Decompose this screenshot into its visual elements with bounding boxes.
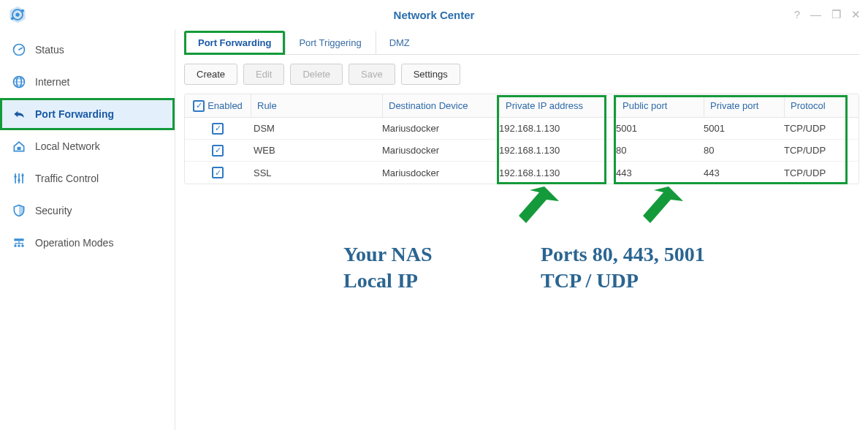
cell-destination: Mariusdocker: [382, 167, 499, 178]
cell-public-port: 5001: [616, 123, 704, 134]
svg-rect-7: [18, 147, 21, 150]
window-title: Network Center: [0, 9, 868, 21]
svg-point-14: [21, 245, 23, 247]
sidebar-item-label: Port Forwarding: [35, 108, 163, 120]
minimize-icon[interactable]: —: [810, 8, 821, 21]
annotation-ip: Your NASLocal IP: [343, 241, 433, 295]
title-bar: Network Center ? — ❐ ✕: [0, 0, 868, 29]
home-network-icon: [12, 139, 26, 154]
tab-bar: Port Forwarding Port Triggering DMZ: [184, 31, 859, 55]
rules-table: ✓ Enabled Rule Destination Device Privat…: [184, 94, 859, 184]
globe-icon: [12, 75, 26, 89]
sidebar-item-label: Traffic Control: [35, 173, 163, 184]
table-row[interactable]: ✓ DSM Mariusdocker 192.168.1.130 5001 50…: [185, 118, 859, 140]
row-checkbox[interactable]: ✓: [212, 167, 224, 178]
col-rule-header[interactable]: Rule: [251, 94, 382, 117]
svg-point-13: [18, 245, 20, 247]
table-row[interactable]: ✓ WEB Mariusdocker 192.168.1.130 80 80 T…: [185, 140, 859, 162]
sidebar-item-operation-modes[interactable]: Operation Modes: [0, 227, 175, 259]
cell-rule: SSL: [251, 167, 382, 178]
save-button[interactable]: Save: [349, 64, 395, 85]
share-icon: [12, 107, 26, 121]
cell-rule: WEB: [251, 145, 382, 156]
gauge-icon: [12, 42, 26, 57]
nodes-icon: [12, 235, 26, 250]
toolbar: Create Edit Delete Save Settings: [184, 55, 859, 94]
cell-private-ip: 192.168.1.130: [499, 167, 616, 178]
header-label: Enabled: [208, 100, 243, 111]
svg-point-12: [14, 245, 16, 247]
row-checkbox[interactable]: ✓: [212, 145, 224, 156]
svg-point-8: [14, 176, 16, 178]
cell-private-port: 5001: [704, 123, 784, 134]
cell-public-port: 80: [616, 145, 704, 156]
arrow-to-ip: [504, 183, 563, 241]
sidebar-item-traffic-control[interactable]: Traffic Control: [0, 162, 175, 195]
sidebar-item-port-forwarding[interactable]: Port Forwarding: [0, 98, 175, 130]
svg-point-3: [11, 17, 14, 20]
help-icon[interactable]: ?: [794, 8, 800, 21]
col-protocol-header[interactable]: Protocol: [784, 94, 846, 117]
svg-point-9: [18, 179, 20, 181]
main-content: Port Forwarding Port Triggering DMZ Crea…: [175, 29, 868, 430]
settings-button[interactable]: Settings: [401, 64, 460, 85]
cell-destination: Mariusdocker: [382, 145, 499, 156]
cell-protocol: TCP/UDP: [784, 167, 846, 178]
cell-private-ip: 192.168.1.130: [499, 123, 616, 134]
delete-button[interactable]: Delete: [290, 64, 343, 85]
table-row[interactable]: ✓ SSL Mariusdocker 192.168.1.130 443 443…: [185, 162, 859, 184]
annotation-ports: Ports 80, 443, 5001TCP / UDP: [541, 241, 705, 295]
cell-rule: DSM: [251, 123, 382, 134]
cell-private-port: 80: [704, 145, 784, 156]
svg-point-10: [21, 174, 23, 176]
cell-private-port: 443: [704, 167, 784, 178]
window-controls: ? — ❐ ✕: [794, 8, 861, 21]
close-icon[interactable]: ✕: [851, 8, 861, 21]
cell-protocol: TCP/UDP: [784, 145, 846, 156]
sliders-icon: [12, 171, 26, 186]
svg-marker-15: [519, 186, 559, 223]
sidebar-item-status[interactable]: Status: [0, 34, 175, 66]
svg-rect-11: [14, 238, 23, 241]
col-private-ip-header[interactable]: Private IP address: [499, 94, 616, 117]
create-button[interactable]: Create: [184, 64, 237, 85]
sidebar-item-label: Status: [35, 44, 163, 56]
sidebar-item-label: Internet: [35, 76, 163, 88]
cell-public-port: 443: [616, 167, 704, 178]
tab-port-forwarding[interactable]: Port Forwarding: [184, 31, 285, 55]
check-icon: ✓: [193, 100, 205, 112]
sidebar-item-security[interactable]: Security: [0, 195, 175, 227]
shield-icon: [12, 203, 26, 218]
row-checkbox[interactable]: ✓: [212, 123, 224, 135]
cell-protocol: TCP/UDP: [784, 123, 846, 134]
cell-private-ip: 192.168.1.130: [499, 145, 616, 156]
sidebar-item-label: Local Network: [35, 140, 163, 152]
app-icon: [7, 4, 28, 25]
table-header: ✓ Enabled Rule Destination Device Privat…: [185, 94, 859, 118]
tab-port-triggering[interactable]: Port Triggering: [285, 31, 375, 55]
svg-point-1: [15, 12, 19, 16]
sidebar-item-internet[interactable]: Internet: [0, 66, 175, 98]
maximize-icon[interactable]: ❐: [831, 8, 841, 21]
svg-marker-16: [643, 186, 683, 223]
cell-destination: Mariusdocker: [382, 123, 499, 134]
sidebar-item-label: Security: [35, 205, 163, 216]
sidebar-item-local-network[interactable]: Local Network: [0, 130, 175, 162]
sidebar-item-label: Operation Modes: [35, 237, 163, 249]
tab-dmz[interactable]: DMZ: [376, 31, 424, 55]
col-destination-header[interactable]: Destination Device: [382, 94, 499, 117]
edit-button[interactable]: Edit: [243, 64, 284, 85]
col-enabled-header[interactable]: ✓ Enabled: [185, 100, 251, 112]
svg-point-2: [21, 10, 24, 12]
col-private-port-header[interactable]: Private port: [704, 94, 784, 117]
sidebar: Status Internet Port Forwarding Local Ne…: [0, 29, 175, 430]
arrow-to-ports: [628, 183, 687, 241]
col-public-port-header[interactable]: Public port: [616, 94, 704, 117]
